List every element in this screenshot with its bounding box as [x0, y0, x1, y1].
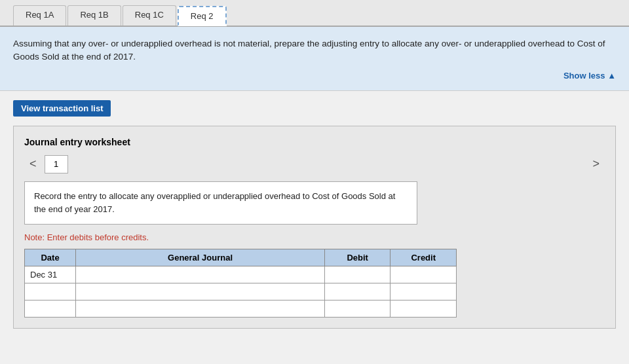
view-transaction-button[interactable]: View transaction list: [13, 100, 111, 117]
journal-field-1[interactable]: [81, 270, 319, 280]
tab-req1c[interactable]: Req 1C: [123, 5, 176, 26]
instruction-box: Assuming that any over- or underapplied …: [0, 27, 629, 91]
debit-field-2[interactable]: [330, 287, 385, 297]
worksheet-title: Journal entry worksheet: [24, 137, 605, 147]
nav-number: 1: [54, 159, 58, 169]
credit-field-2[interactable]: [396, 287, 451, 297]
col-header-credit: Credit: [391, 249, 457, 266]
tab-req1a[interactable]: Req 1A: [13, 5, 66, 26]
debit-field-3[interactable]: [330, 304, 385, 314]
prev-arrow[interactable]: <: [24, 156, 42, 172]
show-less-link[interactable]: Show less: [563, 71, 616, 81]
credit-input-1[interactable]: [391, 266, 457, 283]
entry-description: Record the entry to allocate any overapp…: [24, 181, 417, 225]
debit-field-1[interactable]: [330, 270, 385, 280]
journal-input-1[interactable]: [76, 266, 325, 283]
note-text: Note: Enter debits before credits.: [24, 232, 605, 242]
col-header-debit: Debit: [324, 249, 391, 266]
date-cell-2: [25, 283, 76, 300]
debit-input-2[interactable]: [324, 283, 391, 300]
col-header-date: Date: [25, 249, 76, 266]
tab-req2[interactable]: Req 2: [178, 6, 227, 26]
debit-input-3[interactable]: [324, 300, 391, 318]
journal-field-3[interactable]: [81, 304, 319, 314]
table-row: [25, 283, 457, 300]
next-arrow[interactable]: >: [587, 156, 605, 172]
credit-input-3[interactable]: [391, 300, 457, 318]
nav-number-box: 1: [45, 155, 68, 173]
date-cell-3: [25, 300, 76, 318]
credit-field-1[interactable]: [396, 270, 451, 280]
journal-table: Date General Journal Debit Credit Dec 31: [24, 249, 457, 318]
table-row: [25, 300, 457, 318]
journal-input-3[interactable]: [76, 300, 325, 318]
tabs-bar: Req 1A Req 1B Req 1C Req 2: [0, 0, 629, 27]
nav-row: < 1 >: [24, 155, 605, 173]
date-cell-1: Dec 31: [25, 266, 76, 283]
debit-input-1[interactable]: [324, 266, 391, 283]
credit-field-3[interactable]: [396, 304, 451, 314]
credit-input-2[interactable]: [391, 283, 457, 300]
journal-field-2[interactable]: [81, 287, 319, 297]
table-row: Dec 31: [25, 266, 457, 283]
col-header-journal: General Journal: [76, 249, 325, 266]
instruction-text: Assuming that any over- or underapplied …: [13, 39, 605, 62]
worksheet-container: Journal entry worksheet < 1 > Record the…: [13, 126, 616, 329]
tab-req1b[interactable]: Req 1B: [67, 5, 121, 26]
journal-input-2[interactable]: [76, 283, 325, 300]
